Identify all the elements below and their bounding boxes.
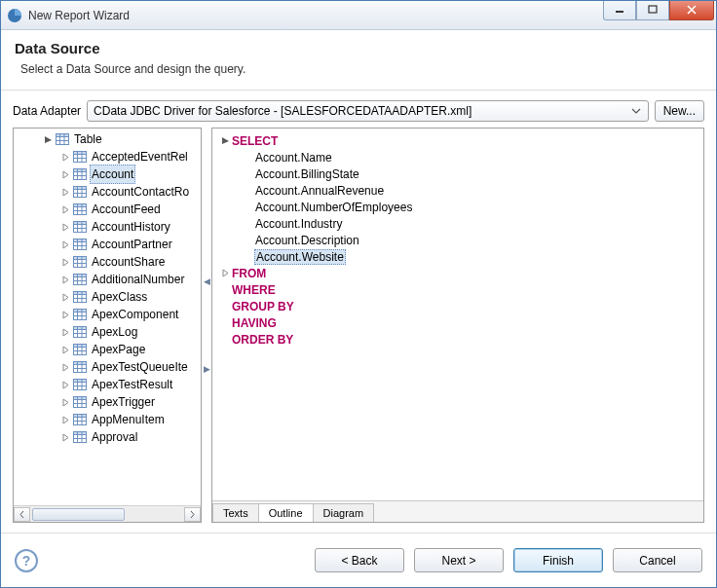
scroll-track[interactable] (30, 507, 184, 522)
tree-item[interactable]: AccountPartner (14, 236, 201, 253)
table-icon (72, 291, 88, 304)
maximize-button[interactable] (636, 1, 669, 20)
twisty-icon (218, 269, 232, 277)
table-icon (72, 326, 88, 339)
table-icon (72, 344, 88, 356)
tables-tree-panel: TableAcceptedEventRelAccountAccountConta… (13, 128, 202, 523)
tree-item[interactable]: ApexClass (14, 288, 201, 306)
tree-item[interactable]: AccountFeed (14, 201, 201, 218)
sql-line: WHERE (218, 281, 698, 298)
scroll-left-icon[interactable] (14, 507, 30, 522)
twisty-icon (218, 136, 232, 145)
next-button[interactable]: Next > (414, 548, 504, 572)
tree-item[interactable]: AdditionalNumber (14, 271, 201, 288)
twisty-collapsed-icon (58, 311, 72, 319)
tree-item[interactable]: ApexPage (14, 341, 201, 358)
sql-line: FROM (218, 265, 698, 281)
tree-item-label: ApexTestQueueIte (90, 358, 190, 376)
table-icon (72, 379, 88, 391)
sql-editor[interactable]: SELECTAccount.NameAccount.BillingStateAc… (212, 129, 703, 500)
editor-tab[interactable]: Texts (212, 503, 259, 523)
tree-item-label: AcceptedEventRel (90, 148, 190, 165)
chevron-down-icon (628, 104, 644, 118)
sql-field[interactable]: Account.Name (255, 151, 332, 165)
svg-rect-29 (74, 222, 87, 225)
sql-line: Account.NumberOfEmployees (218, 199, 698, 215)
horizontal-scrollbar[interactable] (14, 505, 201, 522)
tree-item[interactable]: AccountHistory (14, 218, 201, 236)
tree-item-label: AdditionalNumber (90, 271, 186, 288)
twisty-collapsed-icon (58, 363, 72, 372)
scroll-right-icon[interactable] (184, 507, 201, 522)
tree-item[interactable]: ApexComponent (14, 306, 201, 323)
table-icon (72, 309, 88, 321)
sql-line: Account.Website (218, 248, 698, 265)
tree-item[interactable]: Account (14, 165, 201, 183)
scroll-thumb[interactable] (32, 508, 125, 521)
twisty-collapsed-icon (58, 223, 72, 232)
sql-field[interactable]: Account.Website (254, 249, 346, 265)
twisty-collapsed-icon (58, 346, 72, 354)
table-icon (72, 256, 88, 269)
twisty-collapsed-icon (58, 240, 72, 249)
wizard-footer: ? < Back Next > Finish Cancel (1, 533, 716, 587)
svg-rect-14 (74, 169, 87, 172)
collapse-right-icon[interactable]: ▶ (204, 364, 210, 374)
svg-rect-49 (74, 292, 87, 295)
sql-field[interactable]: Account.AnnualRevenue (255, 184, 384, 198)
sql-keyword: SELECT (232, 134, 278, 148)
svg-rect-9 (74, 152, 87, 155)
data-adapter-select[interactable]: CData JDBC Driver for Salesforce - [SALE… (87, 100, 649, 122)
query-editor-panel: SELECTAccount.NameAccount.BillingStateAc… (211, 128, 704, 523)
tree-item[interactable]: AppMenuItem (14, 411, 201, 428)
svg-rect-79 (74, 397, 87, 400)
svg-rect-54 (74, 310, 87, 312)
finish-button[interactable]: Finish (513, 548, 603, 572)
window-title: New Report Wizard (28, 9, 603, 22)
table-icon (72, 203, 88, 216)
svg-rect-89 (74, 432, 87, 435)
sql-field[interactable]: Account.Industry (255, 217, 342, 231)
twisty-collapsed-icon (58, 398, 72, 407)
tree-item[interactable]: Approval (14, 428, 201, 446)
tree-item-label: ApexLog (90, 323, 139, 341)
tree-item[interactable]: AccountContactRo (14, 183, 201, 201)
twisty-collapsed-icon (58, 258, 72, 267)
svg-rect-74 (74, 380, 87, 383)
tree-item-label: ApexClass (90, 288, 149, 306)
tree-item-label: AccountFeed (90, 201, 163, 218)
minimize-button[interactable] (603, 1, 636, 20)
svg-rect-1 (616, 11, 623, 13)
sql-field[interactable]: Account.BillingState (255, 167, 359, 181)
editor-tab[interactable]: Diagram (313, 503, 375, 523)
editor-tab[interactable]: Outline (258, 503, 314, 523)
splitter[interactable]: ◀ ▶ (202, 128, 211, 523)
tree-item[interactable]: AccountShare (14, 253, 201, 271)
help-icon[interactable]: ? (15, 549, 38, 572)
sql-field[interactable]: Account.Description (255, 234, 359, 247)
svg-rect-19 (74, 187, 87, 190)
twisty-collapsed-icon (58, 170, 72, 179)
tables-tree[interactable]: TableAcceptedEventRelAccountAccountConta… (14, 129, 201, 505)
close-button[interactable] (669, 1, 714, 20)
tree-item-label: AccountHistory (90, 218, 172, 236)
tree-root-node[interactable]: Table (14, 130, 201, 148)
table-icon (72, 221, 88, 234)
svg-rect-59 (74, 327, 87, 330)
tree-item[interactable]: ApexLog (14, 323, 201, 341)
collapse-left-icon[interactable]: ◀ (204, 276, 210, 286)
table-icon (72, 168, 88, 181)
new-adapter-button[interactable]: New... (655, 100, 704, 122)
twisty-collapsed-icon (58, 381, 72, 389)
sql-field[interactable]: Account.NumberOfEmployees (255, 201, 412, 214)
tree-item[interactable]: ApexTestQueueIte (14, 358, 201, 376)
cancel-button[interactable]: Cancel (613, 548, 702, 572)
twisty-collapsed-icon (58, 328, 72, 337)
tree-item[interactable]: AcceptedEventRel (14, 148, 201, 165)
tree-item[interactable]: ApexTestResult (14, 376, 201, 393)
tree-item[interactable]: ApexTrigger (14, 393, 201, 411)
back-button[interactable]: < Back (315, 548, 404, 572)
table-icon (72, 396, 88, 409)
page-subtitle: Select a Data Source and design the quer… (20, 62, 702, 76)
sql-keyword: GROUP BY (232, 300, 294, 313)
